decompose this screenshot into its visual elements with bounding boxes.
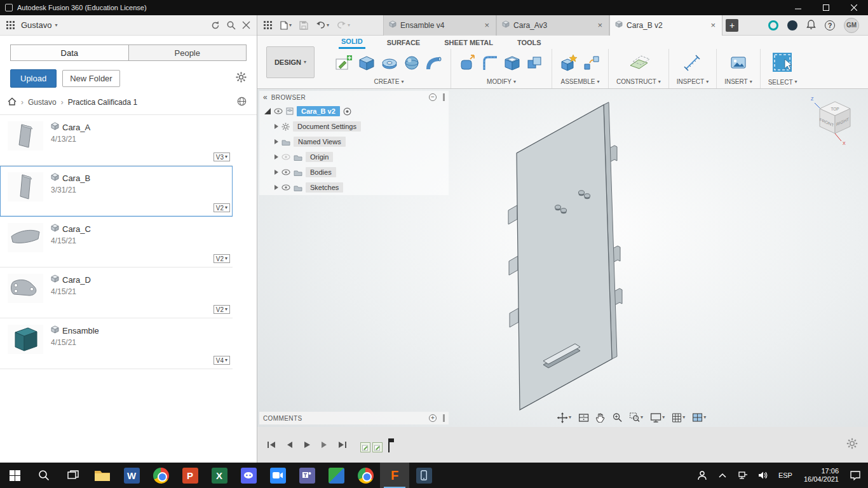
share-globe-icon[interactable]: [237, 97, 247, 108]
list-item-cara-d[interactable]: Cara_D 4/15/21 V2 ▾: [0, 268, 233, 318]
network-icon[interactable]: [734, 463, 752, 488]
notifications-bell-icon[interactable]: [806, 19, 816, 32]
group-label-construct[interactable]: CONSTRUCT ▾: [616, 76, 661, 87]
redo-icon[interactable]: ▾: [337, 21, 350, 29]
extension-icon[interactable]: [787, 20, 797, 30]
zoom-tool-icon[interactable]: [612, 412, 622, 423]
select-tool-icon[interactable]: [771, 51, 794, 77]
group-label-assemble[interactable]: ASSEMBLE ▾: [561, 76, 600, 87]
doc-tab-cara-a[interactable]: Cara_Av3 ×: [496, 15, 609, 36]
version-dropdown[interactable]: V3 ▾: [214, 152, 230, 161]
timeline-play-button[interactable]: [301, 438, 313, 451]
zoom-window-icon[interactable]: ▾: [629, 412, 643, 423]
timeline-step-back-button[interactable]: [283, 438, 295, 451]
display-settings-icon[interactable]: ▾: [650, 413, 665, 423]
list-item-cara-c[interactable]: Cara_C 4/15/21 V2 ▾: [0, 217, 233, 268]
people-tray-icon[interactable]: [693, 463, 711, 488]
timeline-sketch-feature[interactable]: [360, 442, 370, 452]
taskbar-app-your-phone[interactable]: [409, 463, 438, 488]
timeline-skip-end-button[interactable]: [336, 438, 349, 451]
taskbar-app-teams[interactable]: [292, 463, 322, 488]
taskbar-app-discord[interactable]: [234, 463, 263, 488]
avatar[interactable]: GM: [844, 18, 859, 33]
tab-solid[interactable]: SOLID: [339, 36, 365, 49]
timeline-step-forward-button[interactable]: [318, 438, 331, 451]
browser-item-named-views[interactable]: Named Views: [259, 134, 449, 149]
expand-comments-icon[interactable]: +: [429, 414, 437, 422]
taskbar-app-chrome-profile[interactable]: [351, 463, 380, 488]
browser-item-sketches[interactable]: Sketches: [259, 180, 449, 195]
taskbar-search-icon[interactable]: [29, 463, 58, 488]
browser-root-row[interactable]: Cara_B v2: [259, 104, 449, 119]
expand-arrow-icon[interactable]: [275, 154, 278, 159]
visibility-eye-icon[interactable]: [274, 108, 283, 114]
collapse-panel-icon[interactable]: «: [263, 93, 268, 102]
new-component-icon[interactable]: [560, 54, 578, 74]
list-item-cara-b[interactable]: Cara_B 3/31/21 V2 ▾: [0, 166, 233, 217]
task-view-icon[interactable]: [58, 463, 88, 488]
visibility-eye-icon[interactable]: [281, 169, 290, 175]
joint-icon[interactable]: [583, 54, 600, 74]
volume-icon[interactable]: [754, 463, 772, 488]
tab-people[interactable]: People: [129, 45, 247, 60]
settings-gear-icon[interactable]: [236, 72, 247, 85]
fillet-icon[interactable]: [482, 55, 498, 74]
revolve-icon[interactable]: [381, 54, 398, 74]
timeline-position-marker[interactable]: [388, 438, 390, 452]
extrude-icon[interactable]: [358, 54, 376, 74]
look-at-tool-icon[interactable]: [578, 413, 588, 423]
group-label-modify[interactable]: MODIFY ▾: [487, 76, 516, 87]
start-button[interactable]: [0, 463, 29, 488]
panel-resize-grip[interactable]: [443, 414, 445, 422]
press-pull-icon[interactable]: [459, 54, 477, 74]
close-panel-icon[interactable]: [242, 21, 250, 29]
taskbar-app-fusion360[interactable]: F: [380, 463, 409, 488]
close-button[interactable]: [840, 0, 868, 15]
browser-item-document-settings[interactable]: Document Settings: [259, 119, 449, 134]
browser-root-label[interactable]: Cara_B v2: [297, 106, 340, 116]
construction-plane-icon[interactable]: [628, 54, 649, 74]
taskbar-app-zoom[interactable]: [263, 463, 292, 488]
create-sketch-icon[interactable]: [335, 54, 353, 74]
close-tab-icon[interactable]: ×: [596, 20, 604, 30]
browser-item-origin[interactable]: Origin: [259, 149, 449, 165]
3d-viewport[interactable]: Z TOP FRONT RIGHT X « BROWSER −: [257, 89, 868, 427]
view-cube[interactable]: Z TOP FRONT RIGHT X: [808, 94, 863, 149]
combine-icon[interactable]: [526, 54, 544, 74]
timeline-sketch-feature[interactable]: [372, 442, 383, 452]
doc-tab-ensamble[interactable]: Ensamble v4 ×: [383, 15, 496, 36]
taskbar-app-store-tile[interactable]: [322, 463, 351, 488]
browser-item-bodies[interactable]: Bodies: [259, 165, 449, 180]
workspace-dropdown[interactable]: DESIGN ▾: [266, 46, 315, 78]
measure-icon[interactable]: [683, 54, 702, 74]
tab-sheet-metal[interactable]: SHEET METAL: [442, 36, 496, 49]
version-dropdown[interactable]: V2 ▾: [214, 203, 230, 212]
grid-settings-icon[interactable]: ▾: [672, 413, 685, 423]
version-dropdown[interactable]: V4 ▾: [214, 356, 230, 365]
breadcrumb-root[interactable]: Gustavo: [28, 98, 57, 107]
action-center-icon[interactable]: [846, 463, 864, 488]
sphere-icon[interactable]: [403, 55, 420, 74]
clock[interactable]: 17:06 16/04/2021: [799, 467, 844, 484]
new-folder-button[interactable]: New Folder: [62, 70, 119, 87]
tab-tools[interactable]: TOOLS: [515, 36, 544, 49]
language-indicator[interactable]: ESP: [775, 471, 796, 479]
timeline-settings-gear-icon[interactable]: [846, 438, 858, 452]
pipe-icon[interactable]: [425, 54, 443, 74]
refresh-icon[interactable]: [210, 20, 220, 30]
job-status-icon[interactable]: [768, 20, 778, 30]
timeline-skip-start-button[interactable]: [265, 438, 278, 451]
pan-hand-icon[interactable]: [595, 412, 605, 423]
viewports-icon[interactable]: ▾: [692, 413, 706, 422]
taskbar-app-powerpoint[interactable]: P: [175, 463, 205, 488]
tab-data[interactable]: Data: [11, 45, 129, 60]
expand-arrow-icon[interactable]: [275, 185, 278, 190]
list-item-ensamble[interactable]: Ensamble 4/15/21 V4 ▾: [0, 318, 233, 369]
close-tab-icon[interactable]: ×: [483, 20, 491, 30]
home-icon[interactable]: [8, 97, 17, 107]
apps-grid-icon[interactable]: [6, 21, 15, 30]
group-label-select[interactable]: SELECT ▾: [768, 77, 797, 87]
help-icon[interactable]: ?: [825, 20, 835, 30]
tab-surface[interactable]: SURFACE: [384, 36, 423, 49]
collapse-all-icon[interactable]: −: [429, 93, 437, 101]
